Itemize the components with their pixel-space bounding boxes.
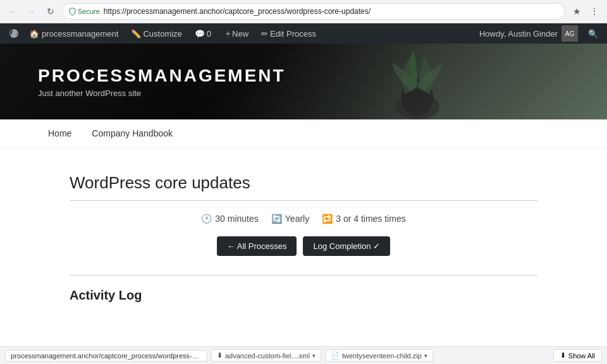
secure-text: Secure [78,8,100,15]
admin-bar-new[interactable]: ＋ New [218,23,255,44]
process-actions: ← All Processes Log Completion ✓ [70,236,537,256]
section-divider [70,275,537,276]
main-content: WordPress core updates 🕐 30 minutes 🔄 Ye… [32,148,575,334]
new-icon: ＋ [224,28,232,39]
secure-icon: Secure [69,8,100,16]
hero-content: PROCESSMANAGEMENT Just another WordPress… [38,66,286,98]
nav-item-handbook[interactable]: Company Handbook [82,119,183,147]
wp-logo[interactable] [5,23,23,44]
activity-log-heading: Activity Log [70,288,537,303]
process-meta: 🕐 30 minutes 🔄 Yearly 🔁 3 or 4 times tim… [70,214,537,224]
site-tagline: Just another WordPress site [38,88,286,98]
meta-time: 🕐 30 minutes [201,214,258,224]
log-completion-button[interactable]: Log Completion ✓ [303,236,390,256]
bookmark-button[interactable]: ★ [569,4,584,19]
meta-frequency: 🔄 Yearly [271,214,309,224]
admin-bar-user[interactable]: Howdy, Austin Ginder AG [473,25,584,42]
site-name: processmanagement [42,29,118,39]
frequency-label: Yearly [285,214,309,224]
forward-button[interactable]: → [24,4,39,19]
site-title: PROCESSMANAGEMENT [38,66,286,86]
comment-icon: 💬 [195,29,205,39]
all-processes-label: ← All Processes [227,241,287,251]
time-label: 30 minutes [215,214,258,224]
nav-link-handbook[interactable]: Company Handbook [82,119,183,147]
admin-bar-edit[interactable]: ✏ Edit Process [255,23,322,44]
comments-count: 0 [207,29,211,39]
admin-bar-comments[interactable]: 💬 0 [188,23,218,44]
site-navigation: Home Company Handbook [0,119,607,148]
admin-search-button[interactable]: 🔍 [584,23,602,44]
user-avatar: AG [561,25,578,42]
back-button[interactable]: ← [5,4,20,19]
customize-icon: ✏️ [131,29,141,39]
more-button[interactable]: ⋮ [587,4,602,19]
repeat-icon: 🔁 [322,214,333,224]
edit-icon: ✏ [261,29,268,39]
repeat-label: 3 or 4 times times [336,214,405,224]
admin-bar-site[interactable]: 🏠 processmanagement [23,23,125,44]
frequency-icon: 🔄 [271,214,282,224]
page-title: WordPress core updates [70,173,537,193]
address-bar[interactable]: Secure https://processmanagement.anchor/… [62,3,565,20]
customize-label: Customize [143,29,181,39]
title-divider [70,200,537,201]
url-display: https://processmanagement.anchor/captcor… [104,7,558,16]
browser-toolbar: ← → ↻ Secure https://processmanagement.a… [0,0,607,23]
time-icon: 🕐 [201,214,212,224]
nav-item-home[interactable]: Home [38,119,82,147]
browser-actions: ★ ⋮ [569,4,602,19]
log-completion-label: Log Completion ✓ [313,241,380,251]
howdy-text: Howdy, Austin Ginder [479,29,558,39]
meta-repeat: 🔁 3 or 4 times times [322,214,405,224]
new-label: New [232,29,248,39]
hero-decoration [354,44,481,119]
edit-label: Edit Process [270,29,316,39]
all-processes-button[interactable]: ← All Processes [217,236,297,256]
site-icon: 🏠 [29,29,39,39]
refresh-button[interactable]: ↻ [43,4,58,19]
wp-admin-bar: 🏠 processmanagement ✏️ Customize 💬 0 ＋ N… [0,23,607,44]
hero-section: PROCESSMANAGEMENT Just another WordPress… [0,44,607,119]
browser-chrome: ← → ↻ Secure https://processmanagement.a… [0,0,607,23]
nav-link-home[interactable]: Home [38,119,82,147]
admin-bar-customize[interactable]: ✏️ Customize [125,23,188,44]
